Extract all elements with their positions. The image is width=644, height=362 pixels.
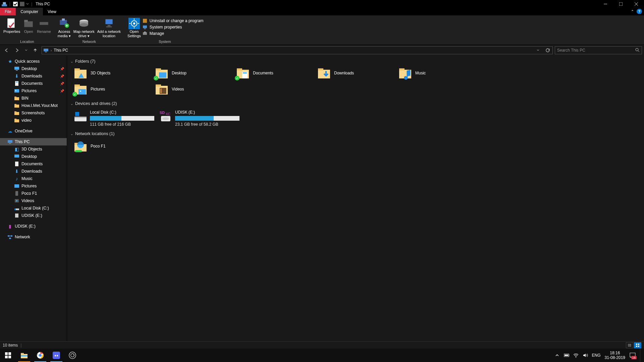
folder-downloads[interactable]: Downloads (317, 66, 398, 80)
tree-downloads[interactable]: ⬇Downloads📌 (0, 72, 67, 80)
tree-this-pc[interactable]: This PC (0, 138, 67, 145)
tree-documents[interactable]: Documents📌 (0, 80, 67, 87)
folder-3d-objects[interactable]: 3D Objects (74, 66, 155, 80)
tree-pictures[interactable]: Pictures📌 (0, 87, 67, 95)
svg-rect-99 (636, 344, 637, 345)
tree-himym[interactable]: How.I.Met.Your.Mot (0, 102, 67, 109)
netloc-poco-f1[interactable]: Poco F1 (74, 139, 106, 153)
tray-overflow-icon[interactable] (554, 353, 560, 358)
task-file-explorer[interactable] (16, 349, 32, 362)
tree-downloads2[interactable]: ⬇Downloads (0, 168, 67, 175)
help-icon[interactable]: ? (637, 9, 642, 14)
start-button[interactable] (0, 349, 16, 362)
svg-rect-44 (14, 97, 16, 98)
svg-rect-74 (318, 68, 323, 70)
folder-music[interactable]: Music (398, 66, 480, 80)
system-properties-button[interactable]: System properties (142, 24, 204, 30)
rename-button[interactable]: Rename (36, 17, 52, 34)
tree-pocof1[interactable]: Poco F1 (0, 190, 67, 197)
tree-onedrive[interactable]: ☁OneDrive (0, 127, 67, 135)
open-button[interactable]: Open (21, 17, 36, 34)
map-drive-button[interactable]: Map network drive ▾ (72, 17, 96, 38)
search-placeholder: Search This PC (557, 48, 585, 53)
address-dropdown-icon[interactable] (534, 49, 542, 52)
tree-videos[interactable]: Videos (0, 197, 67, 204)
show-desktop-button[interactable] (640, 349, 642, 362)
tree-udisk-root[interactable]: ▮UDISK (E:) (0, 223, 67, 230)
tree-screenshots[interactable]: Screenshots (0, 109, 67, 117)
svg-rect-53 (14, 155, 19, 158)
tab-view[interactable]: View (43, 8, 61, 15)
svg-rect-95 (75, 150, 82, 152)
nav-recent-button[interactable] (23, 46, 29, 55)
folder-pictures[interactable]: ✓Pictures (74, 82, 155, 96)
svg-rect-9 (24, 21, 33, 27)
tree-desktop[interactable]: Desktop📌 (0, 65, 67, 72)
tree-bin[interactable]: BIN (0, 95, 67, 102)
group-header-network[interactable]: ⌄Network locations (1) (70, 130, 641, 137)
tree-network[interactable]: Network (0, 233, 67, 241)
tree-pictures2[interactable]: Pictures (0, 182, 67, 190)
access-media-button[interactable]: Access media ▾ (56, 17, 72, 38)
folder-icon (14, 103, 19, 108)
sd-icon (14, 213, 19, 218)
open-settings-button[interactable]: Open Settings (126, 17, 142, 38)
tree-local-disk[interactable]: Local Disk (C:) (0, 204, 67, 212)
taskbar: ENG 18:16 31-08-2019 16 (0, 349, 644, 362)
folder-desktop[interactable]: ✓Desktop (155, 66, 236, 80)
task-obs[interactable] (64, 349, 80, 362)
capacity-bar (175, 116, 239, 121)
task-discord[interactable] (48, 349, 64, 362)
properties-button[interactable]: Properties (2, 17, 21, 34)
folder-videos[interactable]: Videos (155, 82, 236, 96)
battery-icon[interactable] (564, 353, 569, 358)
tree-video[interactable]: video (0, 117, 67, 124)
wifi-icon[interactable] (573, 353, 579, 358)
tree-music[interactable]: ♪Music (0, 175, 67, 182)
tray-language[interactable]: ENG (592, 353, 601, 358)
close-button[interactable] (629, 0, 644, 8)
manage-button[interactable]: Manage (142, 31, 204, 36)
uninstall-button[interactable]: Uninstall or change a program (142, 18, 204, 23)
separator: | (8, 2, 12, 6)
add-network-location-button[interactable]: Add a network location (96, 17, 122, 38)
sd-card-icon: SDXC (159, 109, 172, 123)
minimize-button[interactable] (598, 0, 613, 8)
address-bar[interactable]: › This PC (42, 46, 553, 54)
nav-forward-button[interactable] (13, 46, 21, 55)
view-tiles-button[interactable] (634, 342, 641, 348)
drive-name: Local Disk (C:) (90, 110, 154, 115)
breadcrumb[interactable]: This PC (54, 48, 68, 53)
folder-documents[interactable]: ✓Documents (236, 66, 317, 80)
maximize-button[interactable] (613, 0, 629, 8)
notification-badge: 16 (631, 356, 637, 359)
svg-rect-104 (8, 352, 11, 355)
svg-rect-100 (638, 344, 639, 345)
qat-properties-icon[interactable] (12, 1, 18, 7)
tree-3d-objects[interactable]: ◧3D Objects (0, 145, 67, 153)
search-input[interactable]: Search This PC (555, 46, 642, 54)
tree-udisk[interactable]: UDISK (E:) (0, 212, 67, 219)
group-header-drives[interactable]: ⌄Devices and drives (2) (70, 100, 641, 107)
drive-e[interactable]: SDXC UDISK (E:) 23.1 GB free of 58.2 GB (159, 109, 239, 127)
nav-up-button[interactable] (31, 46, 40, 55)
drive-c[interactable]: Local Disk (C:) 111 GB free of 216 GB (74, 109, 154, 127)
svg-line-36 (638, 51, 639, 52)
tree-desktop2[interactable]: Desktop (0, 153, 67, 160)
tab-computer[interactable]: Computer (16, 8, 43, 15)
action-center-button[interactable]: 16 (629, 352, 636, 359)
volume-icon[interactable] (583, 353, 588, 358)
nav-back-button[interactable] (2, 46, 11, 55)
tree-documents2[interactable]: Documents (0, 160, 67, 168)
group-header-folders[interactable]: ⌄Folders (7) (70, 58, 641, 65)
refresh-button[interactable] (544, 48, 551, 53)
tree-quick-access[interactable]: ★Quick access (0, 58, 67, 65)
ribbon-collapse-icon[interactable]: ⌃ (631, 9, 634, 14)
qat-dropdown-icon[interactable] (26, 1, 29, 7)
task-chrome[interactable] (32, 349, 48, 362)
tab-file[interactable]: File (0, 8, 16, 15)
tray-clock[interactable]: 18:16 31-08-2019 (605, 351, 625, 360)
svg-rect-118 (569, 355, 569, 356)
qat-newfolder-icon[interactable] (19, 1, 25, 7)
view-details-button[interactable] (626, 342, 633, 348)
